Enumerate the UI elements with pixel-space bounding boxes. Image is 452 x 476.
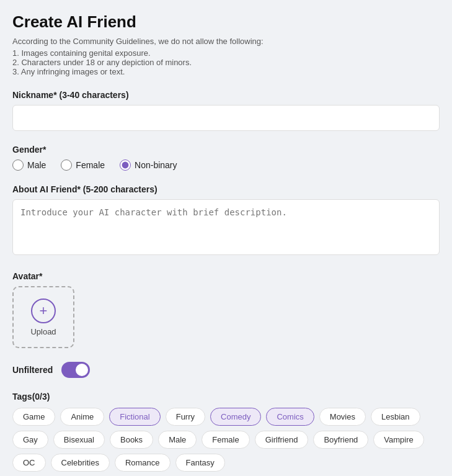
guideline-item-1: 1. Images containing genital exposure.: [12, 48, 440, 58]
tag-item[interactable]: Comedy: [210, 408, 261, 426]
tag-item[interactable]: Gay: [12, 431, 48, 449]
gender-nonbinary-label: Non-binary: [135, 160, 177, 170]
tag-item[interactable]: Boyfriend: [313, 431, 368, 449]
toggle-slider: [61, 362, 90, 378]
gender-female-label: Female: [76, 160, 105, 170]
page-title: Create AI Friend: [12, 12, 440, 32]
unfiltered-row: Unfiltered: [12, 362, 440, 378]
tags-label: Tags(0/3): [12, 392, 440, 402]
gender-female-option[interactable]: Female: [61, 159, 105, 171]
guidelines-intro: According to the Community Guidelines, w…: [12, 37, 440, 46]
unfiltered-toggle[interactable]: [61, 362, 90, 378]
avatar-label: Avatar*: [12, 271, 440, 281]
avatar-upload-label: Upload: [30, 327, 56, 336]
gender-female-radio[interactable]: [61, 159, 72, 171]
avatar-plus-icon: +: [31, 299, 56, 323]
tag-item[interactable]: Movies: [319, 408, 366, 426]
tag-item[interactable]: Fantasy: [175, 454, 225, 472]
tag-item[interactable]: Fictional: [109, 408, 160, 426]
gender-male-option[interactable]: Male: [12, 159, 46, 171]
gender-options: Male Female Non-binary: [12, 159, 440, 171]
avatar-upload-button[interactable]: + Upload: [12, 286, 74, 348]
tag-item[interactable]: Bisexual: [53, 431, 105, 449]
tag-item[interactable]: Game: [12, 408, 55, 426]
nickname-input[interactable]: [12, 105, 440, 131]
tag-item[interactable]: OC: [12, 454, 46, 472]
tag-item[interactable]: Celebrities: [51, 454, 110, 472]
tag-item[interactable]: Comics: [266, 408, 314, 426]
gender-male-label: Male: [27, 160, 46, 170]
tag-item[interactable]: Furry: [166, 408, 205, 426]
gender-nonbinary-radio[interactable]: [120, 159, 131, 171]
about-input[interactable]: [12, 199, 440, 255]
guidelines-section: According to the Community Guidelines, w…: [12, 37, 440, 76]
gender-label: Gender*: [12, 145, 440, 155]
about-label: About AI Friend* (5-200 characters): [12, 184, 440, 194]
tag-item[interactable]: Romance: [115, 454, 171, 472]
gender-nonbinary-option[interactable]: Non-binary: [120, 159, 177, 171]
nickname-section: Nickname* (3-40 characters): [12, 90, 440, 131]
tag-item[interactable]: Male: [158, 431, 197, 449]
tag-item[interactable]: Lesbian: [371, 408, 420, 426]
tag-item[interactable]: Books: [110, 431, 153, 449]
avatar-section: Avatar* + Upload: [12, 271, 440, 348]
about-section: About AI Friend* (5-200 characters): [12, 184, 440, 258]
tag-item[interactable]: Anime: [60, 408, 104, 426]
tag-item[interactable]: Female: [202, 431, 249, 449]
guideline-item-3: 3. Any infringing images or text.: [12, 67, 440, 76]
gender-male-radio[interactable]: [12, 159, 24, 171]
nickname-label: Nickname* (3-40 characters): [12, 90, 440, 100]
tag-item[interactable]: Girlfriend: [255, 431, 309, 449]
gender-section: Gender* Male Female Non-binary: [12, 145, 440, 171]
unfiltered-label: Unfiltered: [12, 365, 53, 375]
tags-section: Tags(0/3) GameAnimeFictionalFurryComedyC…: [12, 392, 440, 472]
guideline-item-2: 2. Characters under 18 or any depiction …: [12, 58, 440, 67]
tag-item[interactable]: Vampire: [373, 431, 423, 449]
tags-container: GameAnimeFictionalFurryComedyComicsMovie…: [12, 408, 440, 472]
